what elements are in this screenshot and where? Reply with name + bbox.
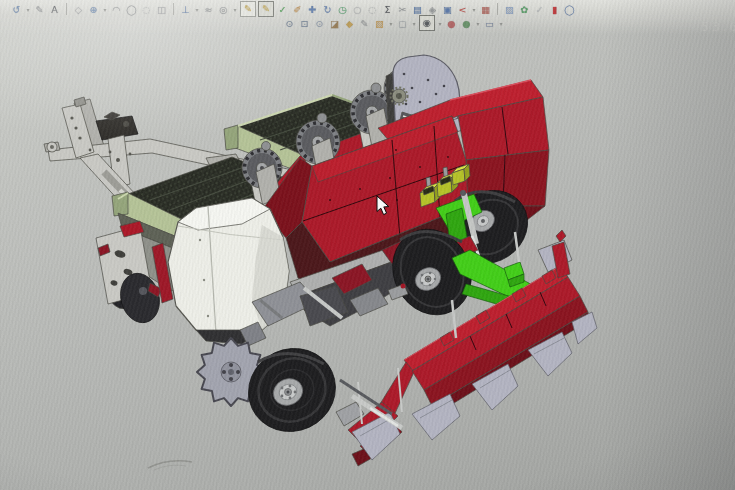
toolbar-separator [66,3,67,15]
edit-feature-icon[interactable]: ✐ [291,3,304,16]
arc-tool-icon[interactable]: ◠ [110,3,123,16]
dropdown-caret[interactable]: ▾ [194,6,200,13]
dropdown-caret[interactable]: ▾ [471,6,477,13]
trim-scissors-icon[interactable]: ✂ [396,3,409,16]
cad-screen: 53.6 ↺▾✎A◇⊕▾◠◯◌◫⊥▾≈◎▾✎✎✓✐✚↻◷○◌Σ✂▤◈▣<▾▦▨✿… [0,0,735,490]
spline-icon[interactable]: ≈ [202,3,215,16]
plane-icon[interactable]: ◇ [72,3,85,16]
annotation-view-icon[interactable]: ◆ [343,17,356,30]
cad-3d-viewport[interactable]: 53.6 [0,0,735,490]
dropdown-caret[interactable]: ▾ [102,6,108,13]
screen-smudge [148,461,192,470]
dropdown-caret[interactable]: ▾ [25,6,31,13]
dropdown-caret[interactable]: ▾ [388,20,394,27]
dropdown-caret[interactable]: ▾ [411,20,417,27]
perpendicular-relation-icon[interactable]: ⊥ [179,3,192,16]
equations-icon[interactable]: Σ [381,3,394,16]
circle-tool-icon[interactable]: ◯ [125,3,138,16]
axis-icon[interactable]: ⊕ [87,3,100,16]
ellipse-icon[interactable]: ◎ [217,3,230,16]
insert-sketch-icon[interactable]: ✎ [258,1,274,17]
display-style-icon[interactable]: ◻ [396,17,409,30]
section-view-icon[interactable]: ◪ [328,17,341,30]
mate-timer-icon[interactable]: ◷ [336,3,349,16]
front-wheel[interactable] [235,334,349,446]
move-component-icon[interactable]: ✚ [306,3,319,16]
ghost-tool-icon[interactable]: ◌ [140,3,153,16]
sketch-pencil-icon[interactable]: ✎ [33,3,46,16]
paste-icon[interactable]: ▤ [411,3,424,16]
toolbar-row-view: ⊙⊡⊙◪◆✎▧▾◻▾◉▾●●▾▭▾ [283,15,504,31]
scene-ball-icon[interactable]: ● [460,17,473,30]
machine-model[interactable] [44,55,597,470]
toolbar-strip: ↺▾✎A◇⊕▾◠◯◌◫⊥▾≈◎▾✎✎✓✐✚↻◷○◌Σ✂▤◈▣<▾▦▨✿✓▮◯ ⊙… [0,0,735,34]
monitor-photo: 53.6 ↺▾✎A◇⊕▾◠◯◌◫⊥▾≈◎▾✎✎✓✐✚↻◷○◌Σ✂▤◈▣<▾▦▨✿… [0,0,735,490]
zoom-area-icon[interactable]: ⊡ [298,17,311,30]
ghost-check-icon[interactable]: ✓ [533,3,546,16]
rotate-component-icon[interactable]: ↻ [321,3,334,16]
hidden-tool-alt-icon[interactable]: ◌ [366,3,379,16]
dropdown-caret[interactable]: ▾ [232,6,238,13]
leaf-icon[interactable]: ✿ [518,3,531,16]
toolbar-separator [497,3,498,15]
stop-bar-icon[interactable]: ▮ [548,3,561,16]
dropdown-caret[interactable]: ▾ [437,20,443,27]
zoom-previous-icon[interactable]: ⊙ [313,17,326,30]
move-dolly-icon[interactable]: ◈ [426,3,439,16]
hidden-tool-icon[interactable]: ○ [351,3,364,16]
view-orientation-icon[interactable]: ◉ [419,15,435,31]
marker-pin [401,284,406,289]
display-settings-icon[interactable]: ▭ [483,17,496,30]
copy-icon[interactable]: ▣ [441,3,454,16]
table-error-icon[interactable]: ▦ [479,3,492,16]
edit-sketch-icon[interactable]: ✎ [240,1,256,17]
edit-appearance-icon[interactable]: ▧ [373,17,386,30]
dropdown-caret[interactable]: ▾ [475,20,481,27]
hide-show-items-icon[interactable]: ✎ [358,17,371,30]
rebuild-check-icon[interactable]: ✓ [276,3,289,16]
undo-icon[interactable]: ↺ [10,3,23,16]
toolbar-separator [173,3,174,15]
image-flag-icon[interactable]: ▨ [503,3,516,16]
mirror-tool-icon[interactable]: ◫ [155,3,168,16]
zoom-fit-icon[interactable]: ⊙ [283,17,296,30]
text-note-icon[interactable]: A [48,3,61,16]
measure-arrow-icon[interactable]: < [456,3,469,16]
ring-icon[interactable]: ◯ [563,3,576,16]
dropdown-caret[interactable]: ▾ [498,20,504,27]
appearance-ball-icon[interactable]: ● [445,17,458,30]
